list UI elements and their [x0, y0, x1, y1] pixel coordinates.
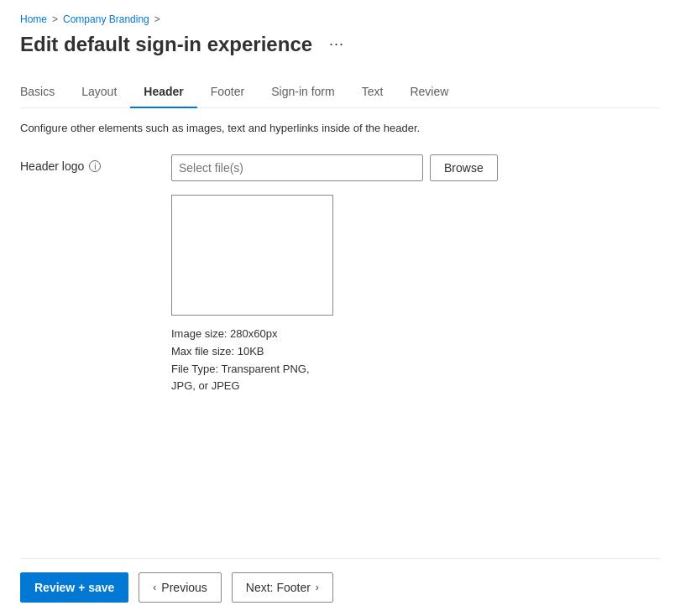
image-spec-filetype-1: File Type: Transparent PNG,	[171, 361, 660, 378]
header-logo-label-group: Header logo i	[20, 154, 171, 173]
tab-header[interactable]: Header	[130, 76, 196, 108]
header-logo-row: Header logo i Browse	[20, 154, 660, 181]
footer-bar: Review + save ‹ Previous Next: Footer ›	[20, 558, 660, 616]
review-save-button[interactable]: Review + save	[20, 572, 128, 603]
file-input-row: Browse	[171, 154, 498, 181]
section-description: Configure other elements such as images,…	[20, 122, 660, 134]
content-area: Header logo i Browse Image size: 280x60p…	[20, 154, 660, 558]
next-footer-button[interactable]: Next: Footer ›	[232, 572, 333, 603]
tab-review[interactable]: Review	[396, 76, 462, 108]
image-spec-filesize: Max file size: 10KB	[171, 343, 660, 361]
info-icon[interactable]: i	[89, 160, 101, 172]
breadcrumb: Home > Company Branding >	[20, 13, 660, 25]
browse-button[interactable]: Browse	[430, 154, 498, 181]
breadcrumb-company-branding[interactable]: Company Branding	[63, 13, 149, 25]
tab-layout[interactable]: Layout	[68, 76, 130, 108]
image-preview-area: Image size: 280x60px Max file size: 10KB…	[171, 195, 660, 395]
tabs-bar: Basics Layout Header Footer Sign-in form…	[20, 76, 660, 108]
previous-button[interactable]: ‹ Previous	[139, 572, 221, 603]
file-input[interactable]	[171, 154, 423, 181]
breadcrumb-separator-1: >	[52, 13, 58, 25]
page-title: Edit default sign-in experience	[20, 33, 312, 56]
tab-footer[interactable]: Footer	[197, 76, 258, 108]
tab-text[interactable]: Text	[348, 76, 397, 108]
tab-signin-form[interactable]: Sign-in form	[258, 76, 348, 108]
next-label: Next: Footer	[246, 581, 311, 594]
tab-basics[interactable]: Basics	[20, 76, 68, 108]
page-title-row: Edit default sign-in experience ···	[20, 32, 660, 56]
breadcrumb-separator-2: >	[154, 13, 160, 25]
previous-arrow-icon: ‹	[153, 582, 156, 593]
page-container: Home > Company Branding > Edit default s…	[0, 0, 680, 616]
image-preview-box	[171, 195, 333, 316]
image-specs: Image size: 280x60px Max file size: 10KB…	[171, 326, 660, 395]
previous-label: Previous	[161, 581, 207, 594]
breadcrumb-home[interactable]: Home	[20, 13, 47, 25]
ellipsis-button[interactable]: ···	[322, 32, 351, 56]
image-spec-size: Image size: 280x60px	[171, 326, 660, 343]
image-spec-filetype-2: JPG, or JPEG	[171, 378, 660, 395]
next-arrow-icon: ›	[316, 582, 319, 593]
header-logo-label: Header logo	[20, 159, 84, 173]
